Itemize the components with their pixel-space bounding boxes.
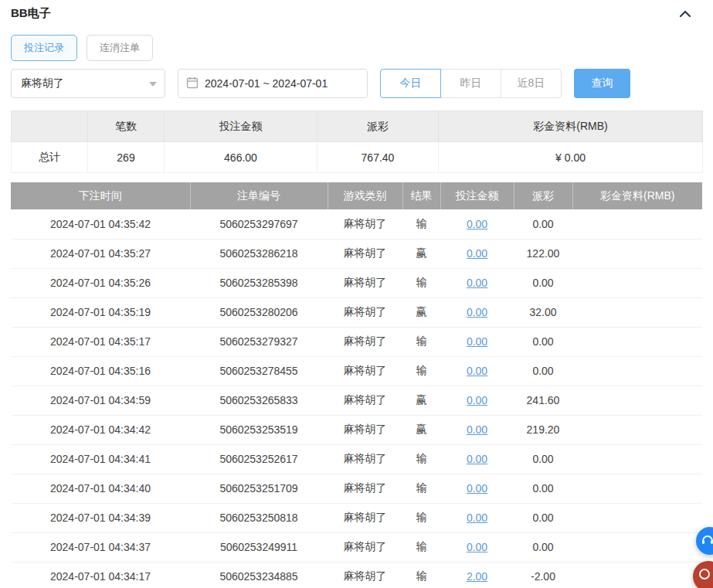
summary-total-row: 总计 269 466.00 767.40 ¥ 0.00 — [12, 142, 703, 173]
date-range-picker[interactable]: 2024-07-01 ~ 2024-07-01 — [178, 69, 368, 98]
table-row: 2024-07-01 04:35:425060253297697麻将胡了输0.0… — [11, 209, 702, 239]
summary-total-label: 总计 — [12, 142, 88, 173]
cell-bet-amount: 0.00 — [440, 386, 514, 415]
cell-payout: 219.20 — [514, 415, 572, 444]
cell-bet-time: 2024-07-01 04:34:59 — [11, 386, 190, 415]
query-button[interactable]: 查询 — [574, 69, 630, 98]
cell-game-type: 麻将胡了 — [328, 444, 402, 474]
bet-amount-link[interactable]: 0.00 — [467, 365, 487, 377]
cell-payout: 0.00 — [514, 532, 572, 562]
bet-amount-link[interactable]: 0.00 — [467, 306, 487, 318]
cell-game-type: 麻将胡了 — [328, 503, 402, 532]
cell-result: 赢 — [402, 415, 440, 444]
quick-btn-yesterday[interactable]: 昨日 — [440, 69, 501, 98]
cell-order-no: 5060253279327 — [190, 327, 328, 356]
bet-table-body: 2024-07-01 04:35:425060253297697麻将胡了输0.0… — [11, 209, 702, 588]
cell-bonus — [572, 444, 702, 474]
cell-result: 输 — [402, 503, 440, 532]
cell-bet-time: 2024-07-01 04:35:16 — [11, 356, 190, 386]
table-row: 2024-07-01 04:34:415060253252617麻将胡了输0.0… — [11, 444, 702, 474]
chevron-down-icon — [149, 82, 157, 87]
cell-result: 输 — [402, 474, 440, 503]
cell-payout: 0.00 — [514, 474, 572, 503]
quick-btn-today[interactable]: 今日 — [380, 69, 441, 98]
bet-amount-link[interactable]: 0.00 — [467, 453, 487, 465]
table-row: 2024-07-01 04:35:195060253280206麻将胡了赢0.0… — [11, 297, 702, 327]
table-row: 2024-07-01 04:35:275060253286218麻将胡了赢0.0… — [11, 239, 702, 268]
tab-cancelled-orders[interactable]: 连消注单 — [87, 35, 153, 61]
bet-amount-link[interactable]: 0.00 — [467, 394, 487, 406]
cell-result: 输 — [402, 562, 440, 588]
cell-result: 赢 — [402, 239, 440, 268]
cell-game-type: 麻将胡了 — [328, 562, 402, 588]
bet-amount-link[interactable]: 0.00 — [467, 335, 487, 348]
header-game-type: 游戏类别 — [328, 182, 402, 209]
cell-bonus — [572, 562, 702, 588]
cell-bet-amount: 0.00 — [440, 444, 514, 474]
cell-bet-time: 2024-07-01 04:34:37 — [11, 532, 190, 562]
game-select[interactable]: 麻将胡了 — [11, 69, 165, 98]
bet-amount-link[interactable]: 0.00 — [467, 541, 487, 553]
cell-order-no: 5060253250818 — [190, 503, 328, 532]
cell-payout: 32.00 — [514, 297, 572, 327]
cell-order-no: 5060253265833 — [190, 386, 328, 415]
cell-bonus — [572, 415, 702, 444]
bet-amount-link[interactable]: 0.00 — [467, 218, 487, 230]
cell-game-type: 麻将胡了 — [328, 415, 402, 444]
cell-bet-time: 2024-07-01 04:35:27 — [11, 239, 190, 268]
summary-total-bonus: ¥ 0.00 — [439, 142, 703, 173]
cell-order-no: 5060253251709 — [190, 474, 328, 503]
table-row: 2024-07-01 04:35:175060253279327麻将胡了输0.0… — [11, 327, 702, 356]
table-row: 2024-07-01 04:34:405060253251709麻将胡了输0.0… — [11, 474, 702, 503]
bet-amount-link[interactable]: 0.00 — [467, 512, 487, 524]
date-range-value: 2024-07-01 ~ 2024-07-01 — [205, 77, 328, 90]
record-tabs: 投注记录 连消注单 — [11, 35, 702, 61]
cell-game-type: 麻将胡了 — [328, 209, 402, 239]
bet-amount-link[interactable]: 0.00 — [467, 247, 487, 260]
calendar-icon — [186, 76, 199, 91]
page-title: BB电子 — [11, 6, 51, 21]
bet-amount-link[interactable]: 0.00 — [467, 277, 487, 289]
cell-game-type: 麻将胡了 — [328, 297, 402, 327]
tab-bet-records[interactable]: 投注记录 — [11, 35, 77, 61]
cell-result: 赢 — [402, 297, 440, 327]
summary-table: 笔数 投注金额 派彩 彩金资料(RMB) 总计 269 466.00 767.4… — [11, 110, 703, 173]
cell-bonus — [572, 297, 702, 327]
cell-bonus — [572, 268, 702, 297]
cell-result: 输 — [402, 268, 440, 297]
cell-payout: 241.60 — [514, 386, 572, 415]
cell-bet-time: 2024-07-01 04:35:19 — [11, 297, 190, 327]
cell-bet-time: 2024-07-01 04:35:17 — [11, 327, 190, 356]
filter-bar: 麻将胡了 2024-07-01 ~ 2024-07-01 今日 昨日 近8日 查… — [11, 69, 702, 98]
cell-game-type: 麻将胡了 — [328, 532, 402, 562]
cell-bet-amount: 0.00 — [440, 239, 514, 268]
summary-header-count: 笔数 — [88, 111, 165, 142]
summary-header-payout: 派彩 — [317, 111, 439, 142]
table-row: 2024-07-01 04:34:395060253250818麻将胡了输0.0… — [11, 503, 702, 532]
bet-amount-link[interactable]: 0.00 — [467, 482, 487, 495]
gift-icon — [698, 567, 711, 581]
cell-bonus — [572, 386, 702, 415]
cell-bet-amount: 0.00 — [440, 297, 514, 327]
collapse-panel-button[interactable] — [679, 8, 691, 20]
cell-result: 输 — [402, 327, 440, 356]
summary-header-row: 笔数 投注金额 派彩 彩金资料(RMB) — [12, 111, 703, 142]
table-row: 2024-07-01 04:34:595060253265833麻将胡了赢0.0… — [11, 386, 702, 415]
cell-payout: 0.00 — [514, 327, 572, 356]
header-order-no: 注单编号 — [190, 182, 328, 209]
cell-bet-time: 2024-07-01 04:34:39 — [11, 503, 190, 532]
cell-order-no: 5060253252617 — [190, 444, 328, 474]
cell-game-type: 麻将胡了 — [328, 327, 402, 356]
cell-bet-amount: 0.00 — [440, 415, 514, 444]
cell-result: 输 — [402, 356, 440, 386]
cell-bet-amount: 0.00 — [440, 532, 514, 562]
bet-amount-link[interactable]: 2.00 — [467, 570, 487, 583]
bet-amount-link[interactable]: 0.00 — [467, 423, 487, 436]
cell-bet-time: 2024-07-01 04:34:17 — [11, 562, 190, 588]
cell-order-no: 5060253278455 — [190, 356, 328, 386]
cell-result: 输 — [402, 444, 440, 474]
headset-icon — [701, 533, 713, 547]
cell-payout: -2.00 — [514, 562, 572, 588]
quick-btn-last-8-days[interactable]: 近8日 — [501, 69, 562, 98]
cell-bonus — [572, 474, 702, 503]
